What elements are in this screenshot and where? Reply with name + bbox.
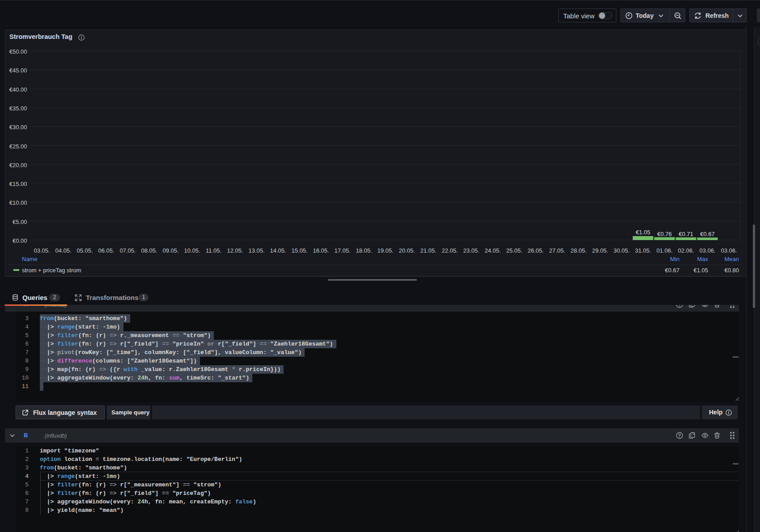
svg-text:09.05.: 09.05. (162, 247, 178, 254)
svg-text:€5.00: €5.00 (13, 219, 27, 225)
svg-text:16.05.: 16.05. (313, 247, 329, 254)
svg-text:€10.00: €10.00 (9, 199, 27, 206)
svg-text:13.05.: 13.05. (248, 247, 264, 254)
svg-text:04.05.: 04.05. (55, 247, 71, 254)
svg-text:€1.05: €1.05 (693, 267, 708, 274)
svg-text:22.05.: 22.05. (442, 247, 458, 254)
svg-text:20.05.: 20.05. (399, 247, 415, 254)
svg-text:02.06.: 02.06. (678, 247, 694, 254)
svg-text:12.05.: 12.05. (227, 247, 243, 254)
svg-text:05.05.: 05.05. (76, 247, 93, 254)
svg-text:€45.00: €45.00 (9, 67, 27, 74)
svg-text:€25.00: €25.00 (9, 143, 27, 150)
svg-text:€0.67: €0.67 (700, 231, 715, 237)
svg-text:19.05.: 19.05. (377, 247, 393, 254)
svg-text:24.05.: 24.05. (484, 247, 501, 254)
svg-text:15.05.: 15.05. (291, 247, 307, 254)
svg-text:29.05.: 29.05. (592, 247, 608, 254)
svg-text:€35.00: €35.00 (9, 105, 27, 112)
svg-text:Name: Name (22, 256, 38, 262)
svg-text:strom + priceTag strom: strom + priceTag strom (22, 267, 81, 274)
svg-text:17.05.: 17.05. (334, 247, 350, 254)
svg-text:31.05.: 31.05. (635, 247, 651, 254)
svg-text:€40.00: €40.00 (9, 86, 27, 93)
svg-text:01.06.: 01.06. (656, 247, 672, 254)
svg-text:11.05.: 11.05. (206, 247, 221, 254)
svg-text:28.05.: 28.05. (570, 247, 586, 254)
svg-text:€15.00: €15.00 (9, 181, 27, 187)
svg-text:08.05.: 08.05. (141, 247, 157, 254)
svg-text:Min: Min (670, 256, 679, 262)
svg-text:03.05.: 03.05. (34, 247, 50, 254)
svg-text:€20.00: €20.00 (9, 162, 27, 169)
svg-text:€30.00: €30.00 (9, 124, 27, 131)
svg-text:25.05.: 25.05. (506, 247, 522, 254)
svg-text:18.05.: 18.05. (356, 247, 372, 254)
svg-text:23.05.: 23.05. (463, 247, 479, 254)
svg-text:07.05.: 07.05. (119, 247, 136, 254)
svg-text:€50.00: €50.00 (9, 48, 27, 55)
svg-text:21.05.: 21.05. (420, 247, 436, 254)
svg-text:€1.05: €1.05 (636, 229, 650, 236)
svg-text:€0.80: €0.80 (724, 267, 739, 274)
svg-text:06.05.: 06.05. (98, 247, 114, 254)
svg-text:03.06.: 03.06. (721, 247, 737, 254)
svg-text:27.05.: 27.05. (549, 247, 565, 254)
svg-text:14.05.: 14.05. (270, 247, 286, 254)
svg-text:10.05.: 10.05. (184, 247, 200, 254)
svg-text:Mean: Mean (724, 256, 739, 262)
svg-text:€0.76: €0.76 (657, 231, 672, 237)
svg-text:03.06.: 03.06. (699, 247, 715, 254)
svg-text:€0.00: €0.00 (13, 237, 27, 244)
svg-text:26.05.: 26.05. (527, 247, 543, 254)
svg-text:Max: Max (697, 256, 708, 262)
svg-text:€0.71: €0.71 (679, 231, 693, 237)
svg-text:€0.67: €0.67 (665, 267, 679, 274)
svg-text:30.05.: 30.05. (613, 247, 629, 254)
